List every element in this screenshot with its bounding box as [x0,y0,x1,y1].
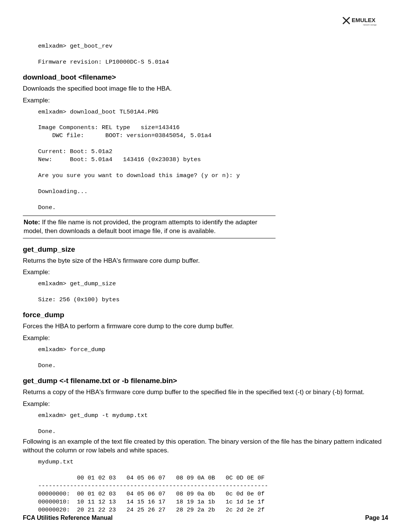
note-box: Note: If the file name is not provided, … [23,216,276,238]
code-get-dump: emlxadm> get_dump -t mydump.txt Done. [38,412,388,436]
code-force-dump: emlxadm> force_dump Done. [38,346,388,370]
code-download-boot: emlxadm> download_boot TL501A4.PRG Image… [38,108,388,212]
document-page: EMULEX network storage emlxadm> get_boot… [0,0,411,532]
emulex-logo-icon: EMULEX network storage [342,15,388,27]
desc-get-dump: Returns a copy of the HBA's firmware cor… [23,388,388,397]
example-label: Example: [23,400,388,409]
example-label: Example: [23,96,388,105]
example-label: Example: [23,334,388,343]
footer-left: FCA Utilities Reference Manual [23,514,113,521]
desc-get-dump-size: Returns the byte size of the HBA's firmw… [23,257,388,265]
brand-tagline: network storage [363,24,377,26]
code-get-boot-rev: emlxadm> get_boot_rev Firmware revision:… [38,42,388,66]
desc-download-boot: Downloads the specified boot image file … [23,85,388,93]
followup-get-dump: Following is an example of the text file… [23,438,388,455]
heading-force-dump: force_dump [23,311,388,319]
heading-get-dump: get_dump <-t filename.txt or -b filename… [23,377,388,385]
note-label: Note: [24,219,42,226]
heading-download-boot: download_boot <filename> [23,73,388,81]
heading-get-dump-size: get_dump_size [23,245,388,254]
code-mydump: mydump.txt 00 01 02 03 04 05 06 07 08 09… [38,458,388,514]
brand-logo: EMULEX network storage [342,15,388,27]
desc-force-dump: Forces the HBA to perform a firmware cor… [23,322,388,331]
note-text: If the file name is not provided, the pr… [24,219,257,235]
page-footer: FCA Utilities Reference Manual Page 14 [23,514,388,521]
code-get-dump-size: emlxadm> get_dump_size Size: 256 (0x100)… [38,280,388,304]
brand-name: EMULEX [352,17,376,23]
example-label: Example: [23,268,388,277]
footer-right: Page 14 [365,514,388,521]
